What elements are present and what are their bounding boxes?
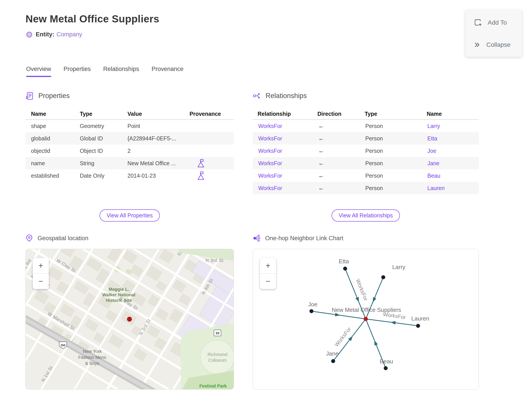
node-joe[interactable] bbox=[309, 309, 313, 313]
double-chevron-right-icon bbox=[473, 41, 481, 48]
relationship-link[interactable]: WorksFor bbox=[253, 123, 313, 129]
map-panel[interactable]: + − bbox=[26, 249, 234, 390]
relationship-link[interactable]: WorksFor bbox=[253, 173, 313, 179]
link-chart-icon bbox=[253, 234, 261, 242]
table-row: established Date Only 2014-01-23 bbox=[26, 169, 234, 182]
map-zoom-in-button[interactable]: + bbox=[33, 258, 49, 274]
properties-table-header: Name Type Value Provenance bbox=[26, 108, 234, 120]
relationship-link[interactable]: WorksFor bbox=[253, 160, 313, 167]
entity-link[interactable]: Joe bbox=[422, 148, 479, 154]
direction-arrow: ← bbox=[313, 160, 360, 167]
entity-label: Entity: bbox=[36, 31, 54, 38]
table-row: WorksFor ← Person Joe bbox=[253, 145, 479, 157]
table-row: globalid Global ID {A228944F-0EF5-... bbox=[26, 132, 234, 145]
col-type: Type bbox=[360, 111, 422, 117]
node-label: Joe bbox=[308, 301, 317, 308]
add-to-button[interactable]: Add To bbox=[473, 17, 522, 28]
col-type: Type bbox=[74, 111, 122, 117]
node-label: Etta bbox=[339, 258, 349, 265]
poi-label: Walker National bbox=[102, 292, 135, 297]
entity-type-value: Company bbox=[57, 31, 82, 38]
relationships-table-header: Relationship Direction Type Name bbox=[253, 108, 479, 120]
poi-label: Coliseum bbox=[208, 358, 226, 363]
route-shield-us250: 250 bbox=[59, 342, 67, 348]
node-lauren[interactable] bbox=[416, 324, 420, 328]
direction-arrow: ← bbox=[313, 147, 360, 154]
view-all-properties-button[interactable]: View All Properties bbox=[100, 209, 160, 222]
tab-bar: Overview Properties Relationships Proven… bbox=[26, 66, 184, 77]
col-name: Name bbox=[422, 111, 479, 117]
properties-icon bbox=[26, 92, 34, 100]
linkchart-section-title: One-hop Neighbor Link Chart bbox=[265, 235, 343, 242]
add-to-icon bbox=[473, 18, 482, 27]
node-jane[interactable] bbox=[331, 359, 335, 363]
link-chart: WorksFor WorksFor WorksFor Etta Larry Jo… bbox=[253, 249, 479, 390]
relationships-section-title: Relationships bbox=[266, 92, 307, 100]
node-label: Larry bbox=[392, 264, 405, 270]
table-row: WorksFor ← Person Beau bbox=[253, 169, 479, 182]
map-zoom-control: + − bbox=[33, 258, 49, 289]
col-relationship: Relationship bbox=[253, 111, 313, 117]
relationship-link[interactable]: WorksFor bbox=[253, 135, 313, 142]
svg-text:250: 250 bbox=[60, 344, 65, 347]
direction-arrow: ← bbox=[313, 172, 360, 179]
geospatial-section-title: Geospatial location bbox=[37, 235, 88, 242]
properties-section-header: Properties bbox=[26, 91, 234, 101]
col-name: Name bbox=[26, 111, 74, 117]
tab-overview[interactable]: Overview bbox=[26, 66, 51, 77]
node-etta[interactable] bbox=[343, 267, 347, 270]
entity-link[interactable]: Etta bbox=[422, 135, 479, 142]
poi-label: Maggie L. bbox=[109, 287, 129, 292]
map-zoom-out-button[interactable]: − bbox=[33, 274, 49, 289]
link-chart-panel[interactable]: + − WorksFor Wo bbox=[253, 249, 479, 390]
entity-link[interactable]: Jane bbox=[422, 160, 479, 167]
view-all-relationships-button[interactable]: View All Relationships bbox=[332, 209, 400, 222]
relationship-link[interactable]: WorksFor bbox=[253, 148, 313, 154]
linkchart-zoom-in-button[interactable]: + bbox=[260, 258, 276, 274]
node-beau[interactable] bbox=[384, 366, 388, 370]
provenance-flag-icon[interactable] bbox=[197, 171, 205, 180]
linkchart-zoom-out-button[interactable]: − bbox=[260, 274, 276, 289]
poi-label: Richmond bbox=[207, 352, 227, 357]
edge-label: WorksFor bbox=[333, 326, 352, 348]
tab-relationships[interactable]: Relationships bbox=[103, 66, 139, 77]
node-label: Lauren bbox=[412, 315, 429, 322]
street-label: N 3rd St bbox=[206, 258, 223, 263]
entity-link[interactable]: Beau bbox=[422, 173, 479, 179]
linkchart-section-header: One-hop Neighbor Link Chart bbox=[253, 233, 343, 243]
properties-section-title: Properties bbox=[38, 92, 70, 100]
node-label: Jane bbox=[326, 350, 339, 357]
direction-arrow: ← bbox=[313, 184, 360, 192]
linkchart-zoom-control: + − bbox=[260, 258, 276, 289]
map-pin-icon bbox=[26, 234, 33, 242]
node-larry[interactable] bbox=[381, 275, 385, 279]
poi-label: Fashion Mens bbox=[78, 355, 106, 360]
table-row: objectid Object ID 2 bbox=[26, 145, 234, 157]
node-label: Beau bbox=[380, 358, 393, 365]
center-node-label: New Metal Office Suppliers bbox=[332, 307, 401, 313]
poi-label: Festival Park bbox=[199, 384, 227, 388]
svg-text:33: 33 bbox=[216, 331, 219, 335]
tab-properties[interactable]: Properties bbox=[64, 66, 91, 77]
tab-provenance[interactable]: Provenance bbox=[152, 66, 184, 77]
provenance-flag-icon[interactable] bbox=[197, 159, 205, 168]
relationships-section-header: Relationships bbox=[253, 91, 479, 101]
table-row: shape Geometry Point bbox=[26, 120, 234, 132]
actions-card: Add To Collapse bbox=[466, 10, 522, 57]
entity-link[interactable]: Larry bbox=[422, 123, 479, 129]
entity-link[interactable]: Lauren bbox=[422, 185, 479, 191]
table-row: WorksFor ← Person Etta bbox=[253, 132, 479, 145]
direction-arrow: ← bbox=[313, 122, 360, 129]
col-direction: Direction bbox=[313, 111, 360, 117]
collapse-button[interactable]: Collapse bbox=[473, 40, 522, 50]
relationship-link[interactable]: WorksFor bbox=[253, 185, 313, 191]
node-center-entity[interactable] bbox=[364, 317, 368, 321]
relationships-icon bbox=[253, 92, 261, 100]
poi-label: New York bbox=[83, 349, 102, 354]
table-row: WorksFor ← Person Lauren bbox=[253, 182, 479, 194]
direction-arrow: ← bbox=[313, 135, 360, 142]
poi-label: Historic Site bbox=[106, 298, 132, 303]
poi-label: & Boys bbox=[85, 361, 99, 366]
entity-location-dot[interactable] bbox=[127, 317, 132, 322]
entity-row: Entity: Company bbox=[26, 31, 82, 38]
